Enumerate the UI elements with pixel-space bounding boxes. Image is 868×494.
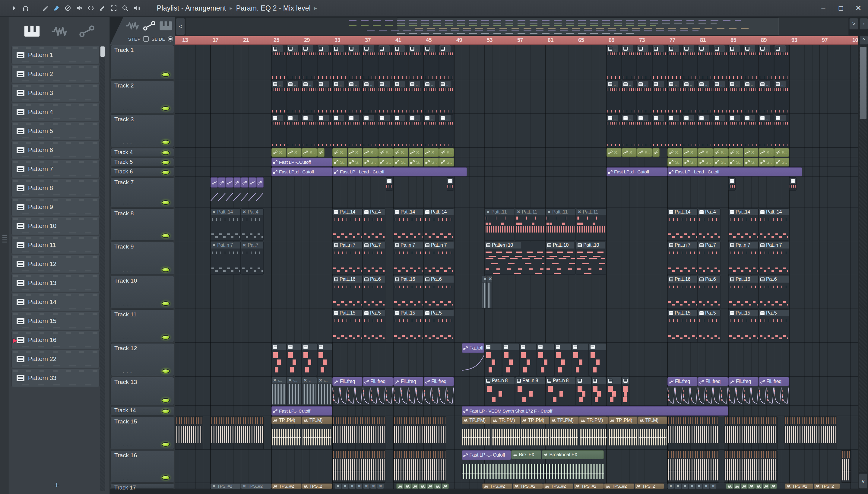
track-header[interactable]: Track 2- - -	[110, 80, 174, 113]
playlist-clip[interactable]	[393, 417, 446, 449]
track-enable-led[interactable]	[162, 301, 170, 306]
pattern-list-item[interactable]: Pattern 7	[12, 160, 99, 178]
playlist-clip[interactable]: ..	[439, 114, 454, 147]
playlist-clip[interactable]: ..	[393, 80, 408, 113]
playlist-clip[interactable]: ..	[759, 45, 774, 80]
playlist-clip[interactable]	[241, 177, 248, 188]
pattern-list-item[interactable]: Pattern 14	[12, 293, 99, 311]
pattern-list-item[interactable]: Pattern 5	[12, 122, 99, 140]
playlist-clip[interactable]: TP..PM)	[271, 417, 302, 449]
playback-icon[interactable]	[132, 3, 142, 13]
track-header[interactable]: Track 16- - -	[110, 450, 174, 482]
maximize-button[interactable]: □	[837, 4, 845, 12]
slide-toggle[interactable]	[168, 36, 173, 42]
playlist-clip[interactable]: ..	[698, 45, 713, 80]
playlist-clip[interactable]	[576, 377, 591, 405]
playlist-clip[interactable]	[426, 483, 434, 489]
playlist-clip[interactable]: ..	[622, 45, 637, 80]
navigator-preview[interactable]	[186, 18, 849, 36]
playlist-clip[interactable]	[755, 483, 762, 489]
playlist-clip[interactable]: ..	[652, 80, 668, 113]
playlist-clip[interactable]: ..	[271, 45, 287, 80]
playlist-clip[interactable]: Pa..5	[759, 309, 789, 342]
playlist-clip[interactable]: ✕Patt..11	[515, 208, 545, 241]
chevron-right-icon[interactable]: ▸	[230, 5, 232, 12]
playlist-clip[interactable]: S..	[713, 158, 728, 167]
track-options-dots[interactable]: - - -	[123, 444, 132, 447]
playlist-clip[interactable]: Pa..4	[698, 208, 720, 241]
playlist-clip[interactable]: ..	[409, 80, 424, 113]
track-options-dots[interactable]: - - -	[123, 303, 132, 306]
track-header[interactable]: Track 12- - -	[110, 343, 174, 376]
playlist-clip[interactable]: ..	[424, 80, 439, 113]
timeline-ruler[interactable]: 1317212529333741454953576165697377818589…	[175, 36, 859, 45]
playlist-clip[interactable]	[462, 460, 604, 481]
scrollbar-thumb[interactable]	[100, 46, 105, 57]
playlist-clip[interactable]	[784, 417, 837, 449]
playlist-clip[interactable]: S..	[409, 158, 424, 167]
playlist-clip[interactable]: Pa..5	[363, 309, 385, 342]
playlist-clip[interactable]: ✕	[349, 483, 355, 489]
sidebar-tab-slide[interactable]	[79, 25, 95, 38]
playlist-clip[interactable]: Patt..14	[759, 208, 789, 241]
playlist-clip[interactable]: Pat..14	[728, 208, 758, 241]
playlist-clip[interactable]	[175, 417, 203, 449]
playlist-clip[interactable]: ..	[683, 114, 698, 147]
playlist-clip[interactable]: ..	[348, 114, 363, 147]
playlist-clip[interactable]	[393, 450, 446, 482]
playlist-clip[interactable]: ..	[363, 45, 378, 80]
add-pattern-button[interactable]: +	[54, 480, 59, 490]
playlist-clip[interactable]: ..	[683, 80, 698, 113]
playlist-clip[interactable]: Fast LP - Lead - Cutoff	[668, 167, 802, 176]
playlist-clip[interactable]	[485, 343, 502, 376]
playlist-clip[interactable]: S..	[668, 148, 682, 157]
playlist-clip[interactable]: Patt..14	[332, 208, 363, 241]
track-header[interactable]: Track 13- - -	[110, 377, 174, 405]
playlist-clip[interactable]: S..	[393, 148, 408, 157]
playlist-clip[interactable]: S..	[713, 148, 728, 157]
playlist-clip[interactable]	[572, 343, 589, 376]
track-header[interactable]: Track 9- - -	[110, 242, 174, 275]
pattern-list-item[interactable]: Pattern 3	[12, 84, 99, 102]
track-options-dots[interactable]: - - -	[123, 400, 132, 403]
track-enable-led[interactable]	[162, 475, 170, 480]
playlist-clip[interactable]: S..	[744, 148, 759, 157]
playlist-clip[interactable]: ..	[668, 45, 682, 80]
vertical-scrollbar-thumb[interactable]	[860, 47, 867, 119]
paint-icon[interactable]	[51, 3, 61, 13]
playlist-clip[interactable]: ..	[363, 114, 378, 147]
playlist-clip[interactable]: S..	[759, 148, 774, 157]
track-options-dots[interactable]: - - -	[123, 477, 132, 480]
playlist-clip[interactable]: S..	[424, 148, 439, 157]
playlist-clip[interactable]: Fast LP..- Cutoff	[271, 406, 332, 416]
playlist-clip[interactable]	[668, 450, 719, 482]
playlist-clip[interactable]: Pat..15	[393, 309, 423, 342]
playlist-clip[interactable]	[256, 177, 264, 188]
track-header[interactable]: Track 8- - -	[110, 208, 174, 241]
playlist-clip[interactable]: Pa..n 7	[728, 242, 758, 275]
playlist-clip[interactable]: Pat..15	[728, 309, 758, 342]
playlist-clip[interactable]: TP..PM)	[521, 417, 549, 449]
select-icon[interactable]	[109, 3, 119, 13]
delete-icon[interactable]	[63, 3, 73, 13]
minimize-button[interactable]: –	[819, 4, 828, 12]
playlist-clip[interactable]: S..	[271, 148, 287, 157]
playlist-clip[interactable]: S..	[332, 158, 347, 167]
playlist-clip[interactable]: TPS..2	[302, 483, 332, 489]
playlist-clip[interactable]: ✕	[356, 483, 363, 489]
playlist-clip[interactable]: TP..PM)	[608, 417, 637, 449]
playlist-clip[interactable]: ..	[424, 45, 439, 80]
playlist-clip[interactable]: Pa..4	[363, 208, 385, 241]
playlist-clip[interactable]: Fast LP -..- Cutoff	[462, 450, 511, 461]
playlist-clip[interactable]: S..	[759, 158, 774, 167]
playlist-clip[interactable]: TP..M)	[638, 417, 667, 449]
playlist-clip[interactable]	[317, 148, 325, 157]
track-enable-led[interactable]	[162, 442, 170, 446]
playlist-clip[interactable]: Patt..10	[576, 242, 606, 275]
playlist-clip[interactable]: ✕Patt..14	[211, 208, 241, 241]
track-options-dots[interactable]: - - -	[123, 108, 132, 111]
playlist-clip[interactable]	[404, 483, 411, 489]
track-enable-led[interactable]	[162, 170, 170, 175]
playlist-clip[interactable]: ✕	[370, 483, 377, 489]
track-header[interactable]: Track 11- - -	[110, 309, 174, 342]
